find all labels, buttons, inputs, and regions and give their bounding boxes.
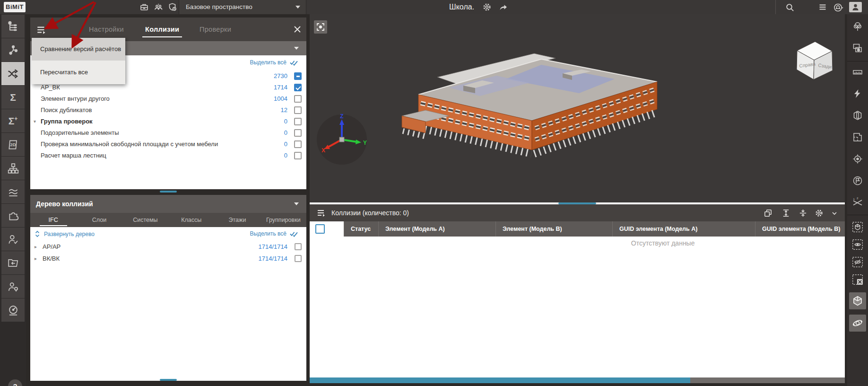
school-building-model[interactable] [392,40,676,168]
checkbox-checked[interactable] [294,84,302,91]
sigma-icon[interactable]: Σ [1,86,25,109]
svg-text:Z: Z [340,114,343,120]
horizontal-scrollbar[interactable] [310,377,845,383]
expander-icon[interactable]: ▸ [35,253,37,264]
cube-section-icon[interactable] [849,107,866,124]
tree-select-all-link[interactable]: Выделить всё [250,230,299,237]
checkbox[interactable] [294,95,302,103]
nature-tree-icon[interactable] [849,18,866,35]
select-all-link[interactable]: Выделить всё [250,59,299,66]
collision-tree-header[interactable]: Дерево коллизий [30,195,306,213]
puzzle-icon[interactable] [1,204,25,227]
tree-tab-floors[interactable]: Этажи [214,213,260,227]
focus-selection-button[interactable] [314,20,327,34]
locate-target-icon[interactable] [849,150,866,167]
check-row[interactable]: Проверка минимальной свободной площади с… [30,139,306,150]
selection-area-icon[interactable] [849,40,866,57]
column-guid-b[interactable]: GUID элемента (Модель B) [755,221,845,237]
column-element-a[interactable]: Элемент (Модель A) [378,221,495,237]
axis-gizmo[interactable]: Z X Y [316,114,368,166]
expander-icon[interactable]: ▸ [35,241,37,253]
model-tree-icon[interactable] [1,15,25,38]
tree-tab-ifc[interactable]: IFC [30,213,76,227]
trend-lines-icon[interactable] [1,180,25,203]
checkbox[interactable] [294,140,302,148]
tree-row[interactable]: ▸ ВК/ВК 1714/1714 [30,253,306,264]
tree-row[interactable]: ▸ АР/АР 1714/1714 [30,241,306,253]
team-users-icon[interactable] [154,2,163,12]
hide-eye-icon[interactable] [849,254,866,271]
panel-split-handle[interactable] [160,191,177,193]
projects-briefcase-icon[interactable] [139,2,149,12]
flag-icon[interactable] [849,172,866,189]
sigma-plus-icon[interactable]: Σ+ [1,109,25,132]
expand-tree-link[interactable]: Развернуть дерево [34,230,95,237]
checkbox[interactable] [295,243,302,250]
menu-list-icon[interactable] [818,2,827,12]
bimit-logo[interactable]: BiMiT [4,2,26,12]
column-status[interactable]: Статус [344,221,378,237]
branch-icon[interactable] [1,38,25,61]
chevron-down-icon[interactable] [831,210,838,217]
expand-rows-icon[interactable] [781,209,790,218]
menu-item-recalculate-all[interactable]: Пересчитать все [32,61,125,84]
show-eye-icon[interactable] [849,236,866,253]
checkbox[interactable] [294,129,302,137]
close-icon[interactable] [293,25,302,34]
clear-selection-x-icon[interactable] [849,271,866,288]
check-row[interactable]: Элемент внтури другого 1004 [30,93,306,105]
tab-checks[interactable]: Проверки [200,18,231,41]
project-settings-gear-icon[interactable] [482,2,492,12]
shield-sync-icon[interactable] [168,2,177,12]
solid-cube-icon[interactable] [849,292,866,309]
check-row[interactable]: Поиск дубликатов 12 [30,105,306,116]
person-check-icon[interactable] [1,228,25,251]
collisions-shuffle-icon[interactable] [1,62,25,85]
table-settings-gear-icon[interactable] [815,209,824,218]
check-row[interactable]: Подозрительные элементы 0 [30,127,306,139]
isolate-cube-icon[interactable] [849,219,866,236]
measure-axes-icon[interactable]: 1 2 [849,194,866,211]
expander-icon[interactable]: ▾ [34,116,36,127]
lightning-icon[interactable] [849,85,866,102]
select-all-checkbox[interactable] [315,224,325,234]
gauge-icon[interactable] [1,298,25,322]
tab-collisions[interactable]: Коллизии [145,18,179,41]
checkbox[interactable] [294,106,302,114]
user-account-button[interactable] [849,2,862,12]
tree-tab-groups[interactable]: Группировки [260,213,306,227]
person-pin-icon[interactable] [1,275,25,298]
checkbox[interactable] [294,118,302,125]
check-row[interactable]: Расчет марша лестниц 0 [30,150,306,161]
tree-tab-classes[interactable]: Классы [168,213,214,227]
fit-rows-icon[interactable] [799,209,807,218]
floorplan-icon[interactable] [849,129,866,146]
2d-view-icon[interactable]: 2D [1,133,25,156]
panel-bottom-handle[interactable] [160,379,177,381]
search-icon[interactable] [785,2,794,12]
column-element-b[interactable]: Элемент (Модель B) [495,221,612,237]
copy-icon[interactable] [764,209,773,218]
checkbox-indeterminate[interactable] [294,72,302,80]
panel-menu-button[interactable] [36,24,47,35]
scrollbar-thumb[interactable] [310,377,690,383]
tree-tab-layers[interactable]: Слои [76,213,122,227]
view-cube[interactable]: Справа Сзади [790,35,838,83]
table-menu-button[interactable] [316,208,327,218]
column-guid-a[interactable]: GUID элемента (Модель A) [612,221,755,237]
orbit-icon[interactable] [849,315,866,332]
folder-export-icon[interactable] [1,251,25,274]
collision-tree: Развернуть дерево Выделить всё ▸ АР/АР 1… [30,227,306,381]
tree-tab-systems[interactable]: Системы [122,213,168,227]
checkbox[interactable] [295,255,302,262]
workspace-dropdown[interactable]: Базовое пространство [179,0,306,14]
notifications-bell-icon[interactable] [833,2,842,12]
help-button[interactable]: ? [8,379,22,386]
ruler-icon[interactable] [849,63,866,80]
checkbox[interactable] [294,152,302,159]
check-group-row[interactable]: ▾ Группа проверок 0 [30,116,306,127]
share-icon[interactable] [498,2,508,12]
viewport-3d[interactable]: Z X Y Справа Сзади [310,14,845,202]
org-chart-icon[interactable] [1,157,25,180]
menu-item-compare-versions[interactable]: Сравнение версий расчётов [32,38,125,61]
